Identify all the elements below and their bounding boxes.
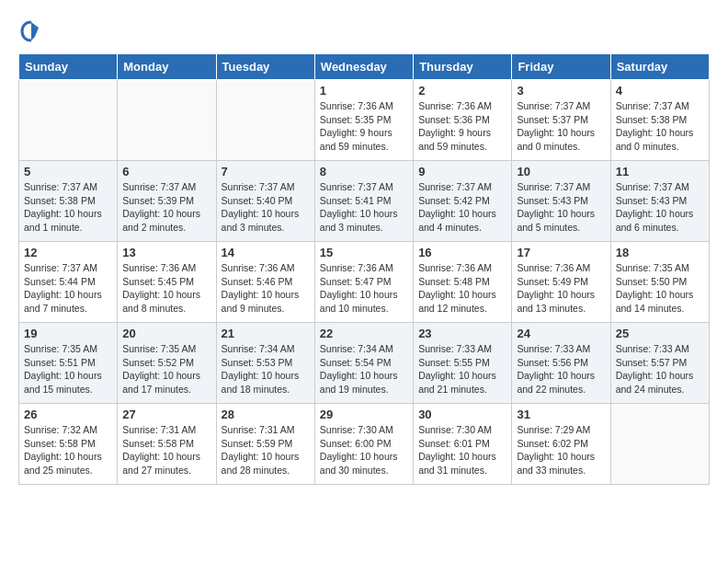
calendar-table: SundayMondayTuesdayWednesdayThursdayFrid… (18, 53, 710, 485)
day-number: 1 (320, 84, 408, 98)
day-number: 6 (122, 165, 210, 178)
day-cell-21: 21Sunrise: 7:34 AM Sunset: 5:53 PM Dayli… (216, 323, 314, 404)
day-cell-10: 10Sunrise: 7:37 AM Sunset: 5:43 PM Dayli… (512, 161, 610, 242)
day-info: Sunrise: 7:36 AM Sunset: 5:35 PM Dayligh… (320, 99, 408, 154)
day-number: 2 (418, 84, 506, 98)
weekday-header-saturday: Saturday (610, 54, 709, 80)
day-cell-16: 16Sunrise: 7:36 AM Sunset: 5:48 PM Dayli… (414, 242, 512, 323)
day-number: 18 (616, 246, 704, 259)
empty-cell (610, 404, 709, 485)
day-info: Sunrise: 7:31 AM Sunset: 5:59 PM Dayligh… (222, 423, 310, 477)
day-number: 19 (24, 327, 112, 340)
day-number: 10 (517, 165, 605, 178)
week-row-2: 5Sunrise: 7:37 AM Sunset: 5:38 PM Daylig… (19, 161, 710, 242)
weekday-header-thursday: Thursday (414, 54, 512, 80)
day-info: Sunrise: 7:36 AM Sunset: 5:45 PM Dayligh… (122, 261, 210, 316)
day-cell-30: 30Sunrise: 7:30 AM Sunset: 6:01 PM Dayli… (414, 404, 512, 485)
day-cell-3: 3Sunrise: 7:37 AM Sunset: 5:37 PM Daylig… (512, 80, 610, 161)
day-info: Sunrise: 7:35 AM Sunset: 5:52 PM Dayligh… (122, 342, 210, 396)
day-info: Sunrise: 7:37 AM Sunset: 5:43 PM Dayligh… (517, 180, 605, 235)
weekday-header-friday: Friday (512, 54, 610, 80)
day-info: Sunrise: 7:33 AM Sunset: 5:55 PM Dayligh… (418, 342, 506, 396)
day-cell-5: 5Sunrise: 7:37 AM Sunset: 5:38 PM Daylig… (19, 161, 118, 242)
day-number: 30 (418, 408, 506, 421)
day-number: 13 (122, 246, 210, 259)
day-number: 29 (320, 408, 408, 421)
page-header (18, 18, 710, 44)
day-info: Sunrise: 7:31 AM Sunset: 5:58 PM Dayligh… (122, 423, 210, 477)
logo (18, 18, 48, 44)
day-cell-28: 28Sunrise: 7:31 AM Sunset: 5:59 PM Dayli… (216, 404, 314, 485)
day-number: 22 (320, 327, 408, 340)
day-cell-22: 22Sunrise: 7:34 AM Sunset: 5:54 PM Dayli… (314, 323, 413, 404)
empty-cell (118, 80, 216, 161)
day-info: Sunrise: 7:37 AM Sunset: 5:41 PM Dayligh… (320, 180, 408, 235)
day-cell-2: 2Sunrise: 7:36 AM Sunset: 5:36 PM Daylig… (414, 80, 512, 161)
day-info: Sunrise: 7:36 AM Sunset: 5:48 PM Dayligh… (418, 261, 506, 316)
day-info: Sunrise: 7:37 AM Sunset: 5:42 PM Dayligh… (418, 180, 506, 235)
day-number: 5 (24, 165, 112, 178)
day-cell-8: 8Sunrise: 7:37 AM Sunset: 5:41 PM Daylig… (314, 161, 413, 242)
day-cell-7: 7Sunrise: 7:37 AM Sunset: 5:40 PM Daylig… (216, 161, 314, 242)
day-cell-18: 18Sunrise: 7:35 AM Sunset: 5:50 PM Dayli… (610, 242, 709, 323)
empty-cell (216, 80, 314, 161)
day-number: 16 (418, 246, 506, 259)
day-cell-15: 15Sunrise: 7:36 AM Sunset: 5:47 PM Dayli… (314, 242, 413, 323)
day-cell-24: 24Sunrise: 7:33 AM Sunset: 5:56 PM Dayli… (512, 323, 610, 404)
day-number: 11 (616, 165, 704, 178)
day-info: Sunrise: 7:32 AM Sunset: 5:58 PM Dayligh… (24, 423, 112, 477)
day-info: Sunrise: 7:34 AM Sunset: 5:54 PM Dayligh… (320, 342, 408, 396)
week-row-1: 1Sunrise: 7:36 AM Sunset: 5:35 PM Daylig… (19, 80, 710, 161)
logo-icon (18, 18, 44, 44)
day-info: Sunrise: 7:37 AM Sunset: 5:43 PM Dayligh… (616, 180, 704, 235)
weekday-header-wednesday: Wednesday (314, 54, 413, 80)
day-number: 20 (122, 327, 210, 340)
day-info: Sunrise: 7:37 AM Sunset: 5:37 PM Dayligh… (517, 99, 605, 154)
day-cell-6: 6Sunrise: 7:37 AM Sunset: 5:39 PM Daylig… (118, 161, 216, 242)
day-cell-9: 9Sunrise: 7:37 AM Sunset: 5:42 PM Daylig… (414, 161, 512, 242)
day-cell-11: 11Sunrise: 7:37 AM Sunset: 5:43 PM Dayli… (610, 161, 709, 242)
day-info: Sunrise: 7:36 AM Sunset: 5:46 PM Dayligh… (222, 261, 310, 316)
day-info: Sunrise: 7:37 AM Sunset: 5:38 PM Dayligh… (616, 99, 704, 154)
day-number: 26 (24, 408, 112, 421)
day-info: Sunrise: 7:29 AM Sunset: 6:02 PM Dayligh… (517, 423, 605, 477)
day-number: 3 (517, 84, 605, 98)
week-row-5: 26Sunrise: 7:32 AM Sunset: 5:58 PM Dayli… (19, 404, 710, 485)
day-info: Sunrise: 7:37 AM Sunset: 5:38 PM Dayligh… (24, 180, 112, 235)
day-info: Sunrise: 7:33 AM Sunset: 5:56 PM Dayligh… (517, 342, 605, 396)
day-number: 15 (320, 246, 408, 259)
weekday-header-monday: Monday (118, 54, 216, 80)
day-number: 27 (122, 408, 210, 421)
day-info: Sunrise: 7:35 AM Sunset: 5:50 PM Dayligh… (616, 261, 704, 316)
day-number: 31 (517, 408, 605, 421)
day-info: Sunrise: 7:36 AM Sunset: 5:49 PM Dayligh… (517, 261, 605, 316)
day-number: 12 (24, 246, 112, 259)
day-number: 9 (418, 165, 506, 178)
day-info: Sunrise: 7:36 AM Sunset: 5:36 PM Dayligh… (418, 99, 506, 154)
day-number: 17 (517, 246, 605, 259)
week-row-3: 12Sunrise: 7:37 AM Sunset: 5:44 PM Dayli… (19, 242, 710, 323)
day-cell-14: 14Sunrise: 7:36 AM Sunset: 5:46 PM Dayli… (216, 242, 314, 323)
day-info: Sunrise: 7:37 AM Sunset: 5:40 PM Dayligh… (222, 180, 310, 235)
day-info: Sunrise: 7:34 AM Sunset: 5:53 PM Dayligh… (222, 342, 310, 396)
day-cell-13: 13Sunrise: 7:36 AM Sunset: 5:45 PM Dayli… (118, 242, 216, 323)
day-cell-29: 29Sunrise: 7:30 AM Sunset: 6:00 PM Dayli… (314, 404, 413, 485)
day-cell-17: 17Sunrise: 7:36 AM Sunset: 5:49 PM Dayli… (512, 242, 610, 323)
day-cell-12: 12Sunrise: 7:37 AM Sunset: 5:44 PM Dayli… (19, 242, 118, 323)
day-info: Sunrise: 7:30 AM Sunset: 6:01 PM Dayligh… (418, 423, 506, 477)
day-cell-31: 31Sunrise: 7:29 AM Sunset: 6:02 PM Dayli… (512, 404, 610, 485)
day-info: Sunrise: 7:30 AM Sunset: 6:00 PM Dayligh… (320, 423, 408, 477)
day-info: Sunrise: 7:35 AM Sunset: 5:51 PM Dayligh… (24, 342, 112, 396)
day-number: 23 (418, 327, 506, 340)
day-cell-19: 19Sunrise: 7:35 AM Sunset: 5:51 PM Dayli… (19, 323, 118, 404)
week-row-4: 19Sunrise: 7:35 AM Sunset: 5:51 PM Dayli… (19, 323, 710, 404)
day-number: 4 (616, 84, 704, 98)
day-cell-1: 1Sunrise: 7:36 AM Sunset: 5:35 PM Daylig… (314, 80, 413, 161)
day-info: Sunrise: 7:36 AM Sunset: 5:47 PM Dayligh… (320, 261, 408, 316)
weekday-header-tuesday: Tuesday (216, 54, 314, 80)
weekday-header-row: SundayMondayTuesdayWednesdayThursdayFrid… (19, 54, 710, 80)
day-number: 8 (320, 165, 408, 178)
day-info: Sunrise: 7:33 AM Sunset: 5:57 PM Dayligh… (616, 342, 704, 396)
day-info: Sunrise: 7:37 AM Sunset: 5:44 PM Dayligh… (24, 261, 112, 316)
day-cell-25: 25Sunrise: 7:33 AM Sunset: 5:57 PM Dayli… (610, 323, 709, 404)
